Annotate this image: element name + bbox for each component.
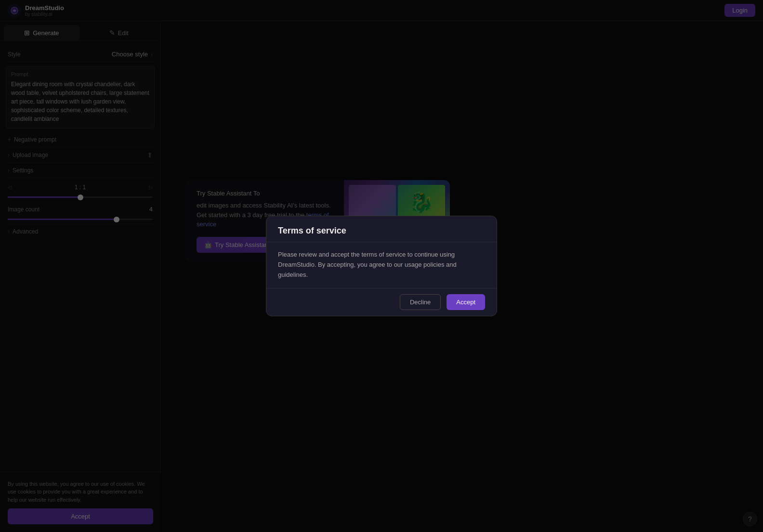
modal-title: Terms of service: [278, 226, 485, 236]
modal-overlay[interactable]: Terms of service Please review and accep…: [0, 0, 763, 532]
accept-modal-button[interactable]: Accept: [447, 294, 485, 310]
modal-footer: Decline Accept: [266, 288, 497, 316]
modal-header: Terms of service: [266, 216, 497, 242]
modal-body: Please review and accept the terms of se…: [266, 242, 497, 287]
modal-body-text: Please review and accept the terms of se…: [278, 250, 485, 280]
decline-button[interactable]: Decline: [400, 294, 441, 310]
terms-modal: Terms of service Please review and accep…: [266, 216, 497, 316]
